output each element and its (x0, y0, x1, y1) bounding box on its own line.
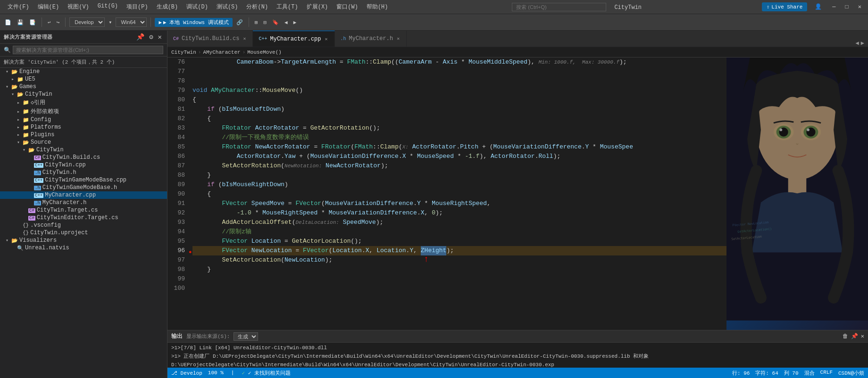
line-number-76: 76 (167, 58, 185, 67)
status-errors[interactable]: ✓ ✓ 未找到相关问题 (242, 370, 290, 377)
tab-mycharacter-h[interactable]: .h MyCharacter.h ✕ (335, 31, 407, 47)
menu-debug[interactable]: 调试(D) (183, 2, 212, 12)
tree-item-extern[interactable]: ▸📁外部依赖项 (0, 107, 167, 116)
search-input[interactable] (13, 46, 163, 54)
menu-file[interactable]: 文件(F) (4, 2, 33, 12)
tab-icon-cs: C# (173, 36, 179, 41)
status-col[interactable]: 字符: 64 (755, 370, 778, 377)
tree-item-source[interactable]: ▾📂Source (0, 139, 167, 146)
sidebar-settings-btn[interactable]: ⚙ (148, 33, 154, 41)
menu-test[interactable]: 测试(S) (213, 2, 242, 12)
tree-item-games[interactable]: ▾📂Games (0, 83, 167, 90)
tab-label-build: CityTwin.Build.cs (182, 35, 239, 42)
format-btn[interactable]: ⊞ (253, 18, 260, 26)
output-pin-btn[interactable]: 📌 (851, 333, 858, 340)
branch-sep: ▾ (107, 19, 114, 26)
platform-dropdown[interactable]: Win64 (116, 17, 147, 27)
menu-window[interactable]: 窗口(W) (333, 2, 362, 12)
tree-item-platforms[interactable]: ▸📁Platforms (0, 123, 167, 131)
sidebar-pin-btn[interactable]: 📌 (135, 33, 146, 41)
nav-fwd-btn[interactable]: ▶ (292, 18, 299, 26)
search-icon: 🔍 (4, 47, 11, 54)
tree-item-editorcs[interactable]: C#CityTwinEditor.Target.cs (0, 214, 167, 222)
breadcrumb-class[interactable]: AMyCharacter (203, 49, 240, 55)
status-spaces[interactable]: 列 70 (784, 370, 799, 377)
comment-btn[interactable]: ⊟ (261, 18, 268, 26)
menu-project[interactable]: 项目(P) (123, 2, 152, 12)
redo-btn[interactable]: ↪ (55, 18, 62, 26)
menu-help[interactable]: 帮助(H) (363, 2, 392, 12)
new-file-btn[interactable]: 📄 (3, 18, 13, 26)
sidebar-close-btn[interactable]: ✕ (157, 33, 163, 41)
tree-item-targetscs[interactable]: C#CityTwin.Target.cs (0, 206, 167, 214)
status-line[interactable]: 行: 96 (732, 370, 750, 377)
undo-btn[interactable]: ↩ (46, 18, 53, 26)
menu-build[interactable]: 生成(B) (153, 2, 182, 12)
tree-item-plugins[interactable]: ▸📁Plugins (0, 131, 167, 139)
tree-item-citytwinhpp[interactable]: .hCityTwin.h (0, 169, 167, 176)
toolbar: 📄 💾 📑 ↩ ↪ Develop ▾ Win64 ▶ ▶ 本地 Windows… (0, 14, 868, 31)
minimize-button[interactable]: — (829, 4, 838, 10)
status-csdn[interactable]: CSDN@小烦 (838, 370, 864, 377)
status-line-ending[interactable]: CRLF (820, 370, 833, 377)
attach-btn[interactable]: 🔗 (234, 18, 245, 26)
tab-build-cs[interactable]: C# CityTwin.Build.cs ✕ (167, 31, 253, 47)
tree-item-citytwincpp2[interactable]: C++CityTwin.cpp (0, 161, 167, 169)
status-zoom[interactable]: 100 % (208, 370, 224, 376)
tree-item-config[interactable]: ▸📁Config (0, 116, 167, 123)
tree-item-citytwincpp[interactable]: C#CityTwin.Build.cs (0, 154, 167, 161)
line-number-84: 84 (167, 133, 185, 142)
tree-item-visualizers[interactable]: ▾📂Visualizers (0, 237, 167, 244)
tree-item-citytwin[interactable]: ▾📂CityTwin (0, 90, 167, 98)
tree-item-vsconfig[interactable]: {}.vsconfig (0, 222, 167, 229)
tree-item-mycharacterh[interactable]: .hMyCharacter.h (0, 199, 167, 206)
tree-item-ue5[interactable]: ▸📁UE5 (0, 75, 167, 83)
svg-rect-11 (726, 58, 868, 320)
sidebar-header: 解决方案资源管理器 📌 ⚙ ✕ (0, 31, 167, 44)
tab-scroll-right[interactable]: ▶ (861, 40, 864, 47)
play-button[interactable]: ▶ ▶ 本地 Windows 调试模式 (155, 18, 232, 27)
tab-close-h[interactable]: ✕ (396, 36, 401, 41)
line-number-81: 81 (167, 105, 185, 114)
status-git[interactable]: ⎇ Develop (171, 370, 202, 376)
close-button[interactable]: ✕ (855, 3, 864, 10)
save-btn[interactable]: 💾 (15, 18, 25, 26)
menu-edit[interactable]: 编辑(E) (34, 2, 63, 12)
user-avatar[interactable]: 👤 (811, 3, 826, 10)
tab-mycharacter-cpp[interactable]: C++ MyCharacter.cpp ✕ (253, 31, 334, 47)
output-close-btn[interactable]: ✕ (861, 333, 864, 340)
tree-item-gamemodebase[interactable]: C++CityTwinGameModeBase.cpp (0, 176, 167, 184)
play-label: ▶ 本地 Windows 调试模式 (163, 19, 229, 26)
file-tree: ▾📂Engine▸📁UE5▾📂Games▾📂CityTwin▸📁◇引用▸📁外部依… (0, 68, 167, 378)
bookmark-btn[interactable]: 🔖 (270, 18, 281, 26)
tree-item-mycharactercpp[interactable]: C++MyCharacter.cpp (0, 191, 167, 199)
tree-item-gamemodebash[interactable]: .hCityTwinGameModeBase.h (0, 184, 167, 191)
branch-dropdown[interactable]: Develop (69, 17, 105, 27)
tab-close-build[interactable]: ✕ (242, 36, 247, 41)
sep1 (42, 17, 42, 27)
menu-view[interactable]: 视图(V) (64, 2, 93, 12)
maximize-button[interactable]: □ (843, 4, 851, 10)
tree-item-citytwin2[interactable]: ▾📂CityTwin (0, 146, 167, 154)
output-source-select[interactable]: 生成 (234, 332, 258, 341)
menu-extensions[interactable]: 扩展(X) (303, 2, 332, 12)
search-box[interactable] (512, 3, 606, 11)
live-share-button[interactable]: ⇧ Live Share (762, 2, 808, 11)
status-encoding[interactable]: 混合 (804, 370, 815, 377)
menu-git[interactable]: Git(G) (94, 2, 122, 12)
tree-item-engine[interactable]: ▾📂Engine (0, 68, 167, 75)
breadcrumb-method[interactable]: MouseMove() (247, 49, 282, 55)
tree-item-unreal[interactable]: 🔍Unreal.natvis (0, 244, 167, 252)
output-clear-btn[interactable]: 🗑 (843, 333, 848, 340)
menu-analyze[interactable]: 分析(N) (242, 2, 272, 12)
save-all-btn[interactable]: 📑 (27, 18, 38, 26)
breadcrumb-root[interactable]: CityTwin (171, 49, 196, 55)
line-number-100: 100 (167, 284, 185, 293)
nav-back-btn[interactable]: ◀ (283, 18, 290, 26)
menu-tools[interactable]: 工具(T) (273, 2, 302, 12)
tab-close-cpp[interactable]: ✕ (324, 36, 329, 42)
tree-item-refs[interactable]: ▸📁◇引用 (0, 98, 167, 107)
main-area: 解决方案资源管理器 📌 ⚙ ✕ 🔍 解决方案 'CityTwin' (2 个项目… (0, 31, 868, 378)
tab-scroll-left[interactable]: ◀ (856, 40, 859, 47)
tree-item-uproject[interactable]: {}CityTwin.uproject (0, 229, 167, 237)
